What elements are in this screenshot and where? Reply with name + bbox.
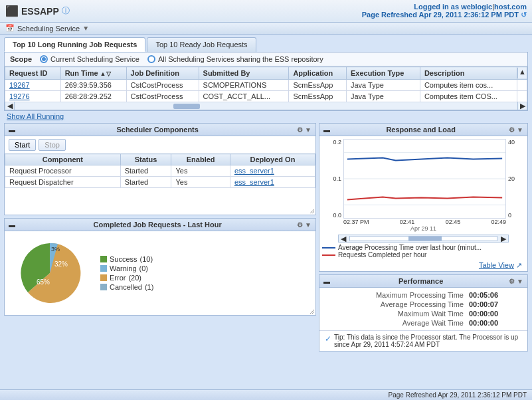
row1-exectype: Java Type — [346, 80, 420, 91]
col-request-id[interactable]: Request ID — [5, 67, 61, 80]
completed-title: Completed Job Requests - Last Hour — [94, 221, 222, 229]
pie-chart: 65% 32% 3% — [10, 237, 90, 310]
x-label-3: 02:45 — [446, 219, 461, 225]
chart-scroll-thumb[interactable] — [408, 237, 442, 241]
y-right-40: 40 — [508, 139, 522, 146]
warning-pct: 3% — [51, 246, 60, 252]
radio-all[interactable] — [147, 55, 155, 63]
row2-exectype: Java Type — [346, 91, 420, 102]
job-requests-panel: Scope Current Scheduling Service All Sch… — [4, 52, 528, 111]
row1-runtime: 269:39:59.356 — [60, 80, 126, 91]
performance-gear-icon[interactable]: ⚙ ▼ — [509, 278, 523, 285]
chart-with-axes: 0.2 0.1 0.0 — [325, 139, 522, 219]
username: weblogic — [461, 3, 492, 11]
resize-handle-sc[interactable] — [309, 208, 315, 215]
col-job-def[interactable]: Job Definition — [126, 67, 199, 80]
refresh-icon[interactable]: ↺ — [521, 11, 527, 19]
scope-option-current[interactable]: Current Scheduling Service — [40, 55, 139, 63]
legend-blue-line: Average Processing Time over last hour (… — [322, 244, 525, 251]
two-column-layout: ▬ Scheduler Components ⚙ ▼ Start Stop Co… — [4, 123, 528, 351]
start-button[interactable]: Start — [9, 139, 36, 151]
perf-avg-wait-value: 00:00:00 — [469, 319, 522, 327]
scroll-right[interactable]: ▶ — [517, 102, 527, 110]
components-table: Component Status Enabled Deployed On Req… — [5, 153, 315, 188]
row1-desc: Computes item cos... — [420, 80, 517, 91]
left-column: ▬ Scheduler Components ⚙ ▼ Start Stop Co… — [4, 123, 316, 351]
row2-app: ScmEssApp — [289, 91, 347, 102]
header-right: Logged in as weblogic|host.com Page Refr… — [362, 3, 527, 19]
scope-option-all[interactable]: All Scheduling Services sharing the ESS … — [147, 55, 323, 63]
perf-max-proc: Maximum Processing Time 00:05:06 — [325, 290, 522, 300]
table-view-link[interactable]: Table View — [479, 261, 514, 269]
comp-row2-enabled: Yes — [171, 177, 230, 188]
chart-scrollbar[interactable]: ◀ ▶ — [338, 235, 509, 243]
response-header: ▬ Response and Load ⚙ ▼ — [319, 124, 527, 136]
line-chart — [343, 139, 506, 219]
tab-bar: Top 10 Long Running Job Requests Top 10 … — [4, 37, 528, 52]
nav-dropdown-arrow[interactable]: ▼ — [82, 25, 89, 32]
row2-id[interactable]: 19276 — [5, 91, 61, 102]
tab-long-running[interactable]: Top 10 Long Running Job Requests — [4, 37, 145, 52]
radio-current[interactable] — [40, 55, 48, 63]
col-exec-type[interactable]: Execution Type — [346, 67, 420, 80]
comp-row: Request Dispatcher Started Yes ess_serve… — [5, 177, 315, 188]
legend-warning-label: Warning — [110, 264, 137, 272]
response-load-panel: ▬ Response and Load ⚙ ▼ 0.2 0.1 0.0 — [319, 123, 528, 272]
comp-row1-deployed[interactable]: ess_server1 — [230, 165, 315, 177]
response-title: Response and Load — [386, 126, 456, 134]
footer-text: Page Refreshed Apr 29, 2011 2:36:12 PM P… — [389, 391, 527, 399]
resize-handle-cj[interactable] — [309, 308, 315, 315]
section-collapse-rl[interactable]: ▬ — [323, 126, 330, 134]
logged-in-label: Logged in as — [414, 3, 459, 11]
stop-button[interactable]: Stop — [39, 139, 66, 151]
chart-scroll-right[interactable]: ▶ — [499, 235, 508, 243]
scope-all-label: All Scheduling Services sharing the ESS … — [158, 55, 323, 63]
section-collapse-sc[interactable]: ▬ — [9, 126, 15, 134]
main-content: Top 10 Long Running Job Requests Top 10 … — [0, 35, 532, 354]
comp-row2-deployed[interactable]: ess_server1 — [230, 177, 315, 188]
red-line — [347, 197, 502, 200]
scroll-thumb[interactable] — [173, 104, 200, 109]
header: ⬛ ESSAPP ⓘ Logged in as weblogic|host.co… — [0, 0, 532, 23]
legend-blue-label: Average Processing Time over last hour (… — [338, 244, 482, 251]
chart-scroll-left[interactable]: ◀ — [339, 235, 348, 243]
col-submitted-by[interactable]: Submitted By — [199, 67, 289, 80]
x-axis-labels: 02:37 PM 02:41 02:45 02:49 — [343, 219, 522, 225]
show-all-running-link[interactable]: Show All Running — [7, 112, 528, 120]
row1-id[interactable]: 19267 — [5, 80, 61, 91]
row2-scroll — [517, 91, 527, 102]
scheduler-gear-icon[interactable]: ⚙ ▼ — [297, 126, 311, 134]
legend-cancelled: Cancelled (1) — [100, 283, 153, 291]
x-label-1: 02:37 PM — [343, 219, 369, 225]
blue-line-icon — [322, 247, 335, 249]
legend-red-line: Requests Completed per hour — [322, 251, 525, 258]
hostname: host.com — [494, 3, 527, 11]
section-collapse-cj[interactable]: ▬ — [9, 221, 15, 229]
table-view-area: Table View ↗ — [319, 260, 527, 271]
x-label-2: 02:41 — [400, 219, 415, 225]
y-axis-right: 40 20 0 — [506, 139, 522, 219]
row1-submitted: SCMOPERATIONS — [199, 80, 289, 91]
col-scroll-top[interactable]: ▲ — [517, 67, 527, 80]
comp-col-enabled: Enabled — [171, 154, 230, 165]
red-line-icon — [322, 254, 335, 256]
scroll-left[interactable]: ◀ — [5, 102, 15, 110]
service-name: Scheduling Service — [17, 25, 80, 33]
section-collapse-perf[interactable]: ▬ — [323, 278, 330, 285]
horizontal-scrollbar[interactable]: ◀ ▶ — [5, 102, 527, 110]
comp-row1-enabled: Yes — [171, 165, 230, 177]
error-pct: 65% — [37, 278, 50, 286]
completed-gear-icon[interactable]: ⚙ ▼ — [297, 221, 311, 229]
blue-line — [347, 158, 502, 161]
col-description[interactable]: Description — [420, 67, 517, 80]
chart-legend-lines: Average Processing Time over last hour (… — [319, 243, 527, 260]
info-icon[interactable]: ⓘ — [62, 5, 70, 17]
col-run-time[interactable]: Run Time ▲▽ — [60, 67, 126, 80]
completed-header: ▬ Completed Job Requests - Last Hour ⚙ ▼ — [5, 219, 315, 231]
response-gear-icon[interactable]: ⚙ ▼ — [509, 126, 523, 134]
legend-success-label: Success — [110, 255, 137, 263]
tip-area: ✓ Tip: This data is since the Processor … — [319, 330, 527, 351]
tab-ready[interactable]: Top 10 Ready Job Requests — [147, 37, 256, 52]
calendar-icon: 📅 — [5, 24, 15, 33]
col-application[interactable]: Application — [289, 67, 347, 80]
